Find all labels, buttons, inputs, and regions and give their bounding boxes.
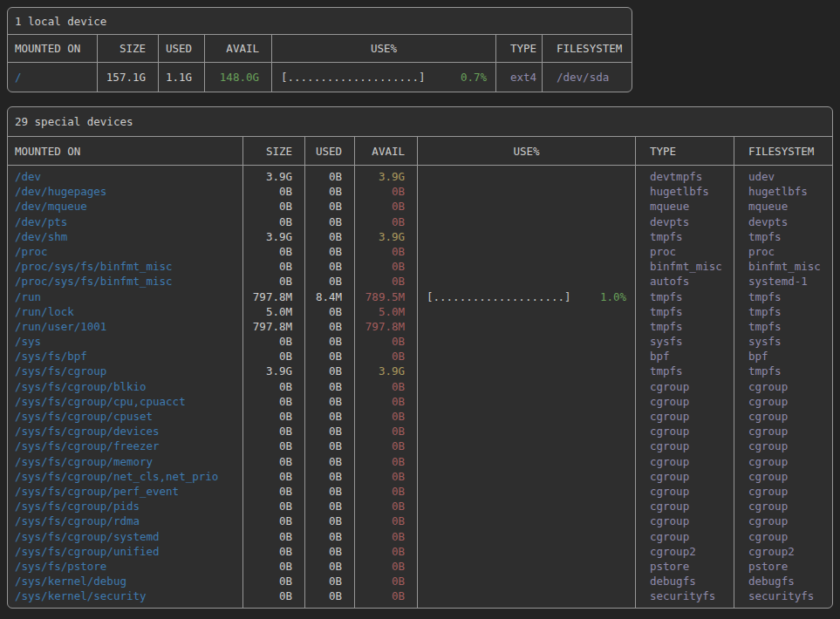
used-value: 0B [304, 394, 354, 409]
mount-point: /sys/fs/cgroup/systemd [8, 529, 242, 544]
local-devices-table: 1 local device MOUNTED ON SIZE USED AVAI… [7, 7, 632, 92]
filesystem-name: tmpfs [734, 364, 832, 378]
usage-cell [417, 559, 635, 574]
mount-point: /proc [8, 244, 242, 259]
table-row: /sys/fs/cgroup/memory 0B 0B 0B cgroup cg… [8, 454, 832, 469]
used-value: 0B [304, 469, 354, 484]
used-value: 0B [304, 588, 354, 603]
avail-value: 0B [354, 274, 417, 289]
filesystem-name: tmpfs [734, 289, 832, 304]
usage-cell [417, 319, 635, 334]
size-value: 0B [242, 469, 304, 484]
mount-point: /sys/fs/cgroup/freezer [8, 439, 242, 453]
used-value: 0B [304, 334, 354, 349]
special-devices-table: 29 special devices MOUNTED ON SIZE USED … [7, 106, 833, 609]
used-value: 0B [304, 169, 354, 184]
fs-type: hugetlbfs [635, 184, 734, 199]
used-value: 0B [304, 454, 354, 469]
mount-point: /sys/kernel/debug [8, 574, 242, 588]
avail-value: 0B [354, 349, 417, 364]
avail-value: 0B [354, 394, 417, 409]
header-used: USED [158, 35, 204, 62]
fs-type: tmpfs [635, 304, 734, 319]
avail-value: 797.8M [354, 319, 417, 334]
size-value: 0B [242, 514, 304, 528]
table-row: /proc/sys/fs/binfmt_misc 0B 0B 0B autofs… [8, 274, 832, 289]
table-header-row: MOUNTED ON SIZE USED AVAIL USE% TYPE FIL… [8, 35, 632, 63]
usage-cell [417, 349, 635, 364]
table-row: /sys/fs/cgroup/pids 0B 0B 0B cgroup cgro… [8, 499, 832, 514]
size-value: 0B [242, 484, 304, 499]
size-value: 157.1G [97, 63, 158, 92]
mount-point: /dev [8, 169, 242, 184]
table-row: /sys/fs/cgroup/systemd 0B 0B 0B cgroup c… [8, 529, 832, 544]
usage-bar: [....................] [427, 289, 571, 304]
usage-percent: 0.7% [461, 63, 487, 92]
avail-value: 0B [354, 379, 417, 394]
size-value: 3.9G [242, 169, 304, 184]
filesystem-name: securityfs [734, 588, 832, 603]
header-mounted-on: MOUNTED ON [8, 35, 97, 62]
fs-type: cgroup [635, 409, 734, 424]
usage-cell [417, 514, 635, 528]
size-value [242, 603, 304, 608]
table-row: /run/lock 5.0M 0B 5.0M tmpfs tmpfs [8, 304, 832, 319]
mount-point: /sys [8, 334, 242, 349]
fs-type: cgroup [635, 529, 734, 544]
mount-point: /run/user/1001 [8, 319, 242, 334]
avail-value: 789.5M [354, 289, 417, 304]
header-use-percent: USE% [271, 35, 495, 62]
header-mounted-on: MOUNTED ON [8, 137, 242, 165]
used-value: 0B [304, 184, 354, 199]
mount-point: /proc/sys/fs/binfmt_misc [8, 259, 242, 274]
table-row: /sys/fs/cgroup/blkio 0B 0B 0B cgroup cgr… [8, 379, 832, 394]
size-value: 0B [242, 439, 304, 453]
used-value: 0B [304, 514, 354, 528]
filesystem-name: devpts [734, 214, 832, 229]
usage-cell [417, 544, 635, 559]
size-value: 0B [242, 409, 304, 424]
table-row: /dev/pts 0B 0B 0B devpts devpts [8, 214, 832, 229]
fs-type: tmpfs [635, 229, 734, 244]
usage-cell [417, 394, 635, 409]
table-row: /sys/fs/pstore 0B 0B 0B pstore pstore [8, 559, 832, 574]
size-value: 0B [242, 244, 304, 259]
mount-point [8, 603, 242, 608]
filesystem-name: cgroup [734, 454, 832, 469]
mount-point: /sys/fs/cgroup/rdma [8, 514, 242, 528]
table-row: /sys/fs/cgroup/net_cls,net_prio 0B 0B 0B… [8, 469, 832, 484]
size-value: 0B [242, 424, 304, 439]
filesystem-name: cgroup [734, 439, 832, 453]
header-avail: AVAIL [354, 137, 417, 165]
table-row: /run/user/1001 797.8M 0B 797.8M tmpfs tm… [8, 319, 832, 334]
avail-value: 3.9G [354, 169, 417, 184]
usage-cell [417, 304, 635, 319]
fs-type: autofs [635, 274, 734, 289]
fs-type: cgroup [635, 454, 734, 469]
header-size: SIZE [242, 137, 304, 165]
used-value: 0B [304, 199, 354, 214]
usage-cell [417, 424, 635, 439]
size-value: 797.8M [242, 319, 304, 334]
used-value: 0B [304, 529, 354, 544]
header-filesystem: FILESYSTEM [542, 35, 632, 62]
size-value: 0B [242, 334, 304, 349]
table-row: /sys/fs/cgroup/cpuset 0B 0B 0B cgroup cg… [8, 409, 832, 424]
avail-value: 0B [354, 484, 417, 499]
fs-type: securityfs [635, 588, 734, 603]
fs-type: cgroup [635, 394, 734, 409]
filesystem-name: binfmt_misc [734, 259, 832, 274]
avail-value: 0B [354, 259, 417, 274]
avail-value: 0B [354, 514, 417, 528]
usage-cell [417, 439, 635, 453]
table-row: /dev/mqueue 0B 0B 0B mqueue mqueue [8, 199, 832, 214]
usage-cell: [....................]0.7% [271, 63, 495, 92]
filesystem-name: /dev/sda [542, 63, 632, 92]
fs-type: devpts [635, 214, 734, 229]
filesystem-name: cgroup [734, 484, 832, 499]
avail-value: 0B [354, 469, 417, 484]
usage-cell [417, 364, 635, 378]
used-value: 0B [304, 214, 354, 229]
avail-value: 0B [354, 244, 417, 259]
fs-type: tmpfs [635, 319, 734, 334]
